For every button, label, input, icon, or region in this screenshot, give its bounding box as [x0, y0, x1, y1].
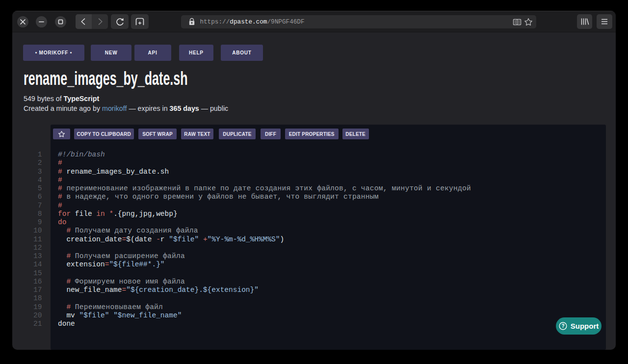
- svg-text:?: ?: [561, 323, 564, 329]
